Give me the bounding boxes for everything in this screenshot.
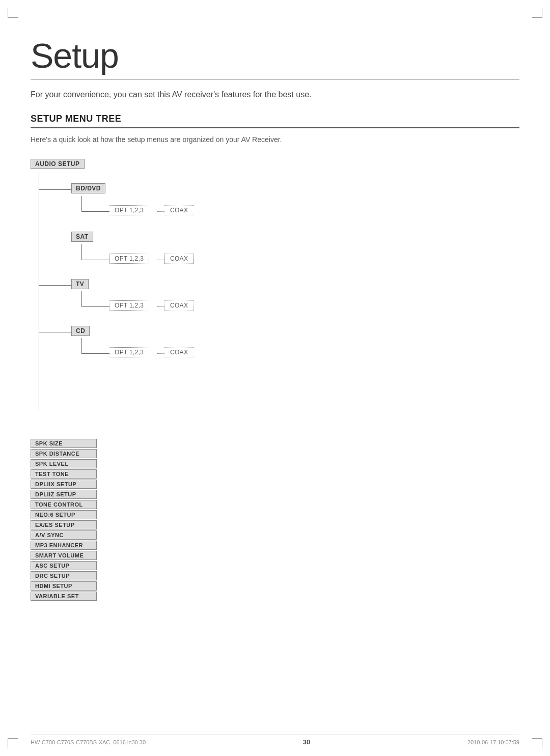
vline-sat bbox=[81, 244, 82, 260]
corner-mark-bl bbox=[8, 738, 18, 748]
tree-opt-sat: OPT 1,2,3 bbox=[109, 254, 149, 264]
corner-mark-tl bbox=[8, 8, 18, 18]
tree-root-box: AUDIO SETUP bbox=[31, 159, 85, 169]
menu-item-3: TEST TONE bbox=[31, 469, 97, 479]
hline-bddvd bbox=[39, 189, 72, 190]
tree-source-bddvd: BD/DVD bbox=[71, 183, 105, 193]
hline-cd-opt bbox=[81, 353, 109, 354]
hline-bddvd-opt bbox=[81, 211, 109, 212]
menu-item-14: HDMI SETUP bbox=[31, 581, 97, 591]
section-desc: Here's a quick look at how the setup men… bbox=[31, 135, 519, 144]
tree-source-tv: TV bbox=[71, 279, 89, 289]
tree-coax-cd: COAX bbox=[164, 347, 194, 357]
tree-source-cd: CD bbox=[71, 326, 90, 336]
tree-coax-tv: COAX bbox=[164, 300, 194, 311]
tree-coax-bddvd: COAX bbox=[164, 205, 194, 215]
footer-right-text: 2010-06-17 10:07:59 bbox=[468, 739, 519, 745]
page-footer: HW-C700-C770S-C770BS-XAC_0616 in30 30 30… bbox=[31, 735, 519, 746]
hline-tv bbox=[39, 285, 72, 286]
menu-item-13: DRC SETUP bbox=[31, 571, 97, 580]
page-subtitle: For your convenience, you can set this A… bbox=[31, 90, 519, 99]
hline-sat-opt bbox=[81, 260, 109, 260]
tree-opt-cd: OPT 1,2,3 bbox=[109, 347, 149, 357]
dotted-sep-cd bbox=[157, 353, 165, 354]
tree-opt-tv: OPT 1,2,3 bbox=[109, 300, 149, 311]
corner-mark-tr bbox=[532, 8, 542, 18]
hline-cd bbox=[39, 332, 72, 332]
hline-sat bbox=[39, 238, 72, 238]
menu-item-6: TONE CONTROL bbox=[31, 500, 97, 509]
page: Setup For your convenience, you can set … bbox=[0, 0, 550, 756]
menu-item-7: NEO:6 SETUP bbox=[31, 510, 97, 519]
menu-item-12: ASC SETUP bbox=[31, 561, 97, 570]
tree-source-sat: SAT bbox=[71, 232, 93, 242]
menu-item-15: VARIABLE SET bbox=[31, 592, 97, 601]
menu-item-4: DPLIIX SETUP bbox=[31, 480, 97, 489]
section-heading: SETUP MENU TREE bbox=[31, 114, 519, 128]
dotted-sep-sat bbox=[157, 260, 165, 260]
menu-item-11: SMART VOLUME bbox=[31, 551, 97, 560]
menu-item-5: DPLIIZ SETUP bbox=[31, 490, 97, 499]
vline-tv bbox=[81, 291, 82, 306]
menu-item-9: A/V SYNC bbox=[31, 530, 97, 540]
corner-mark-br bbox=[532, 738, 542, 748]
menu-tree-diagram: AUDIO SETUP BD/DVD OPT 1,2,3 COAX SAT OP… bbox=[31, 159, 519, 464]
tree-opt-bddvd: OPT 1,2,3 bbox=[109, 205, 149, 215]
tree-coax-sat: COAX bbox=[164, 254, 194, 264]
menu-item-10: MP3 ENHANCER bbox=[31, 541, 97, 550]
dotted-sep-bddvd bbox=[157, 211, 165, 212]
page-title: Setup bbox=[31, 36, 519, 80]
hline-tv-opt bbox=[81, 306, 109, 307]
dotted-sep-tv bbox=[157, 306, 165, 307]
vline-cd bbox=[81, 338, 82, 353]
main-vertical-line bbox=[39, 172, 39, 411]
footer-page-number: 30 bbox=[303, 738, 310, 746]
footer-left-text: HW-C700-C770S-C770BS-XAC_0616 in30 30 bbox=[31, 739, 146, 745]
vline-bddvd bbox=[81, 196, 82, 211]
menu-item-8: EX/ES SETUP bbox=[31, 520, 97, 529]
